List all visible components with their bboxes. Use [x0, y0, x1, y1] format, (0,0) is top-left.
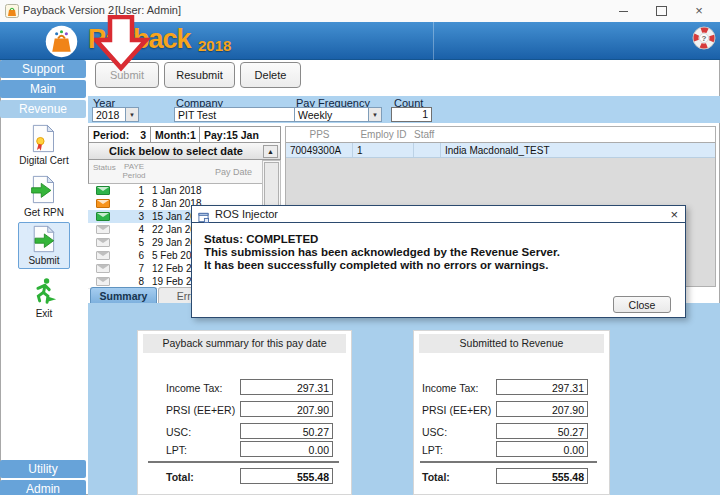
help-icon[interactable]: ? [691, 25, 717, 55]
employee-row[interactable]: 70049300A 1 India Macdonald_TEST [286, 143, 715, 158]
total-value: 555.48 [240, 468, 333, 484]
chevron-down-icon[interactable]: ▼ [125, 108, 138, 121]
status-unsent-icon [96, 251, 110, 260]
prsi-label: PRSI (EE+ER) [422, 404, 491, 416]
paye-period: 2 [118, 198, 148, 209]
payback-logo-icon [45, 25, 78, 62]
total-separator [420, 461, 597, 463]
get-rpn-label: Get RPN [0, 207, 88, 218]
status-sent-icon [96, 186, 110, 195]
dialog-message-1: This submission has been acknowledged by… [204, 246, 560, 258]
status-unsent-icon [96, 264, 110, 273]
scrollbar-thumb[interactable] [264, 162, 279, 208]
lpt-label: LPT: [422, 444, 443, 456]
status-unsent-icon [96, 277, 110, 286]
count-field[interactable]: 1 [391, 107, 432, 122]
help-question-glyph: ? [702, 34, 707, 43]
annotation-arrow-down-icon [94, 15, 150, 76]
pay-date-row[interactable]: 1 1 Jan 2018 [88, 184, 262, 198]
scroll-up-icon[interactable]: ▲ [263, 145, 278, 158]
usc-label: USC: [422, 426, 447, 438]
period-label: Period: [93, 129, 129, 142]
delete-button[interactable]: Delete [240, 62, 301, 88]
sidebar-tab-utility[interactable]: Utility [0, 460, 86, 478]
minimize-button[interactable] [608, 0, 638, 22]
month-value: 1 [190, 129, 196, 142]
payback-summary-title: Payback summary for this pay date [143, 334, 346, 353]
year-select[interactable]: 2018 ▼ [92, 107, 139, 122]
lpt-value: 0.00 [496, 441, 588, 457]
pps-column-header: PPS [286, 127, 353, 142]
status-unsent-icon [96, 225, 110, 234]
exit-label: Exit [0, 308, 88, 319]
dialog-close-button[interactable]: Close [613, 296, 671, 313]
ros-injector-dialog: ROS Injector × Status: COMPLETED This su… [191, 205, 686, 318]
submitted-to-revenue-box: Submitted to Revenue Income Tax: 297.31 … [413, 330, 610, 495]
pay-date: 1 Jan 2018 [148, 185, 202, 196]
chevron-down-icon[interactable]: ▼ [368, 108, 381, 121]
usc-value: 50.27 [496, 423, 588, 439]
income-tax-label: Income Tax: [422, 382, 478, 394]
total-label: Total: [166, 471, 194, 483]
status-unsent-icon [96, 238, 110, 247]
sidebar-tab-revenue[interactable]: Revenue [0, 100, 86, 118]
get-rpn-icon[interactable] [29, 174, 57, 209]
employee-id: 1 [353, 143, 414, 157]
staff-column-header: Staff [414, 127, 454, 142]
dialog-message-2: It has been successfully completed with … [204, 259, 548, 271]
payback-app-window: Payback Version 2 [User: Admin] × Paybac… [0, 0, 720, 495]
lpt-value: 0.00 [240, 441, 333, 457]
usc-value: 50.27 [240, 423, 333, 439]
sidebar-tab-support[interactable]: Support [0, 60, 86, 78]
date-list-titlebar: Click below to select date [88, 143, 281, 160]
total-separator [148, 461, 339, 463]
date-list-title: Click below to select date [89, 145, 263, 157]
digital-cert-label: Digital Cert [0, 155, 88, 166]
payback-summary-box: Payback summary for this pay date Income… [137, 330, 352, 495]
dialog-titlebar: ROS Injector × [192, 206, 685, 223]
submit-tool-selected[interactable]: Submit [18, 222, 70, 269]
employee-staff [414, 143, 441, 157]
submitted-to-revenue-title: Submitted to Revenue [419, 334, 604, 353]
dialog-close-icon[interactable]: × [670, 207, 678, 222]
app-icon [5, 4, 19, 22]
total-label: Total: [422, 471, 450, 483]
employee-grid-header: PPS Employ ID Staff [286, 127, 715, 143]
prsi-value: 207.90 [240, 401, 333, 417]
paye-period: 4 [118, 224, 148, 235]
paye-period: 5 [118, 237, 148, 248]
minimize-icon [619, 11, 628, 12]
close-button[interactable]: × [684, 0, 714, 22]
digital-cert-icon[interactable] [29, 123, 57, 158]
dialog-title: ROS Injector [215, 208, 278, 220]
resubmit-button[interactable]: Resubmit [164, 62, 235, 88]
total-value: 555.48 [496, 468, 588, 484]
sidebar-tab-main[interactable]: Main [0, 80, 86, 98]
submit-tool-label: Submit [19, 255, 69, 266]
employee-pps: 70049300A [286, 143, 353, 157]
tab-summary[interactable]: Summary [90, 287, 157, 303]
prsi-label: PRSI (EE+ER) [166, 404, 235, 416]
income-tax-value: 297.31 [496, 379, 588, 395]
pay-frequency-select[interactable]: Weekly ▼ [294, 107, 382, 122]
period-bar: Period: 3 Month: 1 Pay: 15 Jan 2018 [88, 126, 281, 143]
paye-period: 7 [118, 263, 148, 274]
header-divider [433, 22, 434, 60]
status-column-header: Status [93, 163, 116, 172]
submit-tool-icon [30, 224, 57, 258]
month-cell: Month: 1 [151, 127, 200, 142]
period-value: 3 [140, 129, 146, 142]
income-tax-value: 297.31 [240, 379, 333, 395]
paye-period: 6 [118, 250, 148, 261]
employee-name: India Macdonald_TEST [441, 143, 715, 157]
date-list-header: Status PAYE Period Pay Date [88, 160, 262, 184]
dialog-status: Status: COMPLETED [204, 233, 318, 245]
month-label: Month: [155, 129, 190, 142]
year-value: 2018 [96, 109, 119, 121]
paye-period: 8 [118, 276, 148, 287]
sidebar-tab-admin[interactable]: Admin [0, 480, 86, 495]
exit-icon[interactable] [31, 276, 57, 309]
period-cell: Period: 3 [89, 127, 151, 142]
maximize-button[interactable] [646, 0, 676, 22]
paye-period-column-header-1: PAYE [121, 162, 147, 171]
